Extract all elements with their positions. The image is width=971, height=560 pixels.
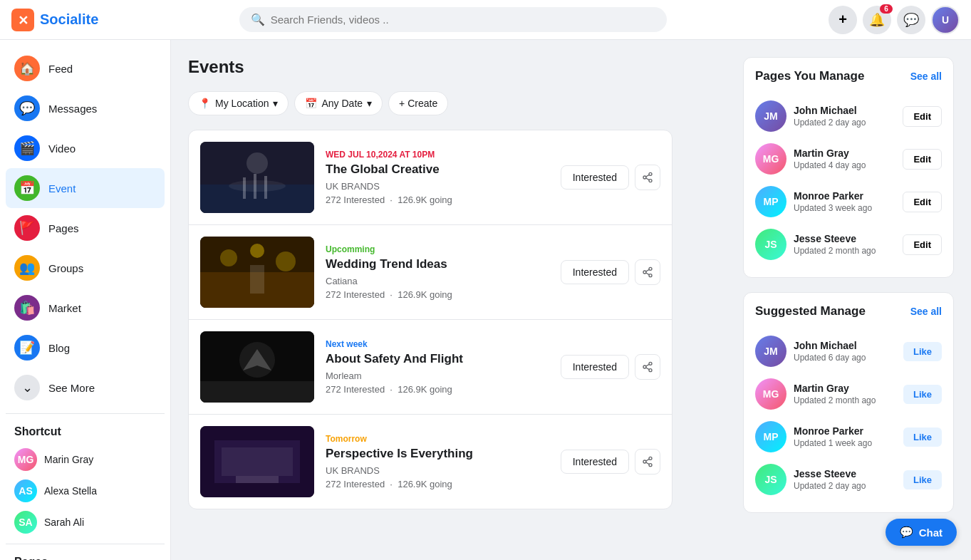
event-title-3: About Safety And Flight — [326, 352, 549, 366]
shortcut-marin-gray[interactable]: MG Marin Gray — [6, 444, 165, 475]
shortcut-sarah-ali[interactable]: SA Sarah Ali — [6, 507, 165, 538]
like-btn[interactable]: Like — [903, 342, 942, 361]
sidebar-item-groups[interactable]: 👥 Groups — [6, 248, 165, 288]
shortcut-name: Marin Gray — [44, 454, 93, 465]
share-btn-1[interactable] — [635, 165, 660, 190]
topnav: ✕ Socialite 🔍 + 🔔 6 💬 U — [0, 0, 971, 40]
event-organizer-1: UK BRANDS — [326, 181, 549, 192]
suggested-avatar: MP — [755, 421, 786, 452]
location-filter[interactable]: 📍 My Location ▾ — [188, 91, 289, 115]
sidebar-item-messages[interactable]: 💬 Messages — [6, 88, 165, 128]
manage-info: Martin Gray Updated 4 day ago — [794, 147, 895, 170]
date-label: Any Date — [321, 98, 363, 109]
svg-line-32 — [646, 368, 650, 370]
manage-avatar: JS — [755, 229, 786, 260]
messages-icon: 💬 — [14, 95, 40, 121]
manage-item-monroe-parker: MP Monroe Parker Updated 3 week ago Edit — [755, 180, 942, 223]
main-content: Events 📍 My Location ▾ 📅 Any Date ▾ + Cr — [171, 40, 971, 560]
event-info-2: Upcomming Wedding Trend Ideas Catiana 27… — [314, 244, 561, 300]
events-list: WED JUL 10,2024 AT 10PM The Global Creat… — [188, 130, 673, 509]
share-btn-2[interactable] — [635, 259, 660, 285]
manage-avatar: MG — [755, 143, 786, 175]
notifications-button[interactable]: 🔔 6 — [863, 6, 891, 34]
manage-avatar: JM — [755, 100, 786, 132]
interested-btn-1[interactable]: Interested — [561, 165, 629, 190]
sidebar-label-pages: Pages — [48, 222, 79, 234]
chat-floating-btn[interactable]: 💬 Chat — [886, 519, 957, 546]
svg-rect-36 — [222, 447, 293, 476]
search-bar[interactable]: 🔍 — [239, 7, 667, 32]
event-organizer-3: Morleam — [326, 370, 549, 381]
sidebar: 🏠 Feed 💬 Messages 🎬 Video 📅 Event 🚩 Page… — [0, 40, 171, 560]
event-actions-4: Interested — [561, 449, 660, 475]
suggested-manage-header: Suggested Manage See all — [755, 304, 942, 318]
svg-line-12 — [646, 178, 650, 180]
interested-btn-4[interactable]: Interested — [561, 450, 629, 474]
pages-manage-title: Pages You Manage — [755, 69, 864, 83]
chat-button[interactable]: 💬 — [897, 6, 925, 34]
sidebar-label-messages: Messages — [48, 103, 97, 115]
like-btn[interactable]: Like — [903, 427, 942, 447]
plus-icon: + — [838, 11, 847, 28]
suggested-info: Martin Gray Updated 2 month ago — [794, 383, 896, 405]
market-icon: 🛍️ — [14, 295, 40, 321]
sidebar-label-market: Market — [48, 302, 81, 314]
add-button[interactable]: + — [829, 6, 857, 34]
interested-btn-2[interactable]: Interested — [561, 260, 629, 284]
sidebar-item-seemore[interactable]: ⌄ See More — [6, 368, 165, 408]
suggested-sub: Updated 2 day ago — [794, 481, 896, 491]
share-btn-4[interactable] — [635, 449, 660, 475]
event-stats-3: 272 Interested · 126.9K going — [326, 384, 549, 395]
shortcut-avatar: SA — [14, 511, 37, 534]
svg-text:✕: ✕ — [18, 14, 28, 28]
sidebar-item-blog[interactable]: 📝 Blog — [6, 328, 165, 368]
date-chevron: ▾ — [367, 98, 372, 109]
layout: 🏠 Feed 💬 Messages 🎬 Video 📅 Event 🚩 Page… — [0, 40, 971, 560]
sidebar-item-market[interactable]: 🛍️ Market — [6, 288, 165, 328]
svg-line-41 — [646, 462, 650, 465]
suggested-avatar: JM — [755, 336, 786, 367]
edit-btn[interactable]: Edit — [903, 149, 942, 170]
logo: ✕ Socialite — [11, 9, 154, 31]
edit-btn[interactable]: Edit — [903, 106, 942, 127]
shortcut-title: Shortcut — [6, 420, 165, 444]
notification-badge: 6 — [880, 4, 893, 14]
date-filter[interactable]: 📅 Any Date ▾ — [294, 91, 383, 115]
sidebar-item-pages[interactable]: 🚩 Pages — [6, 208, 165, 248]
event-date-1: WED JUL 10,2024 AT 10PM — [326, 150, 549, 160]
sidebar-label-seemore: See More — [48, 382, 95, 394]
manage-sub: Updated 3 week ago — [794, 203, 895, 213]
suggested-item-monroe-parker: MP Monroe Parker Updated 1 week ago Like — [755, 415, 942, 458]
manage-info: Jesse Steeve Updated 2 month ago — [794, 233, 895, 256]
suggested-item-jesse-steeve: JS Jesse Steeve Updated 2 day ago Like — [755, 458, 942, 501]
interested-btn-3[interactable]: Interested — [561, 355, 629, 379]
event-title-1: The Global Creative — [326, 162, 549, 177]
suggested-manage-see-all[interactable]: See all — [910, 306, 942, 317]
suggested-name: John Michael — [794, 340, 896, 351]
pages-manage-see-all[interactable]: See all — [910, 71, 942, 82]
event-info-1: WED JUL 10,2024 AT 10PM The Global Creat… — [314, 150, 561, 205]
sidebar-item-feed[interactable]: 🏠 Feed — [6, 48, 165, 88]
shortcut-alexa-stella[interactable]: AS Alexa Stella — [6, 475, 165, 507]
event-actions-2: Interested — [561, 259, 660, 285]
page-title: Events — [188, 57, 726, 77]
share-btn-3[interactable] — [635, 354, 660, 380]
edit-btn[interactable]: Edit — [903, 192, 942, 212]
seemore-icon: ⌄ — [14, 375, 40, 400]
sidebar-item-event[interactable]: 📅 Event — [6, 168, 165, 208]
manage-item-martin-gray: MG Martin Gray Updated 4 day ago Edit — [755, 138, 942, 180]
svg-rect-37 — [236, 476, 279, 483]
calendar-icon: 📅 — [305, 98, 317, 109]
edit-btn[interactable]: Edit — [903, 234, 942, 255]
user-avatar[interactable]: U — [931, 6, 960, 34]
like-btn[interactable]: Like — [903, 470, 942, 489]
manage-sub: Updated 2 month ago — [794, 246, 895, 256]
suggested-item-martin-gray: MG Martin Gray Updated 2 month ago Like — [755, 373, 942, 415]
sidebar-item-video[interactable]: 🎬 Video — [6, 128, 165, 168]
event-info-4: Tomorrow Perspective Is Everything UK BR… — [314, 434, 561, 489]
search-input[interactable] — [271, 14, 655, 26]
suggested-sub: Updated 6 day ago — [794, 353, 896, 363]
svg-point-4 — [246, 152, 268, 174]
like-btn[interactable]: Like — [903, 385, 942, 404]
create-button[interactable]: + Create — [388, 91, 448, 115]
